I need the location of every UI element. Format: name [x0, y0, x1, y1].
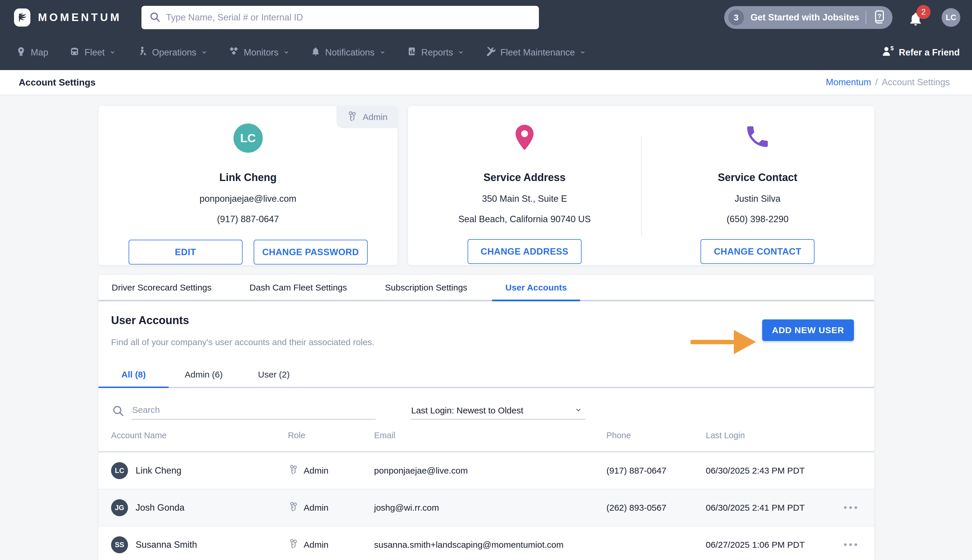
search-icon	[112, 404, 124, 418]
service-contact-title: Service Contact	[641, 172, 874, 183]
page-content: Admin LC Link Cheng ponponjaejae@live.co…	[0, 95, 972, 560]
chevron-down-icon	[579, 47, 586, 58]
map-pin-icon	[16, 47, 26, 59]
service-contact-phone: (650) 398-2290	[641, 214, 874, 225]
row-actions-menu-button[interactable]	[842, 502, 859, 513]
nav-label: Map	[31, 47, 48, 58]
filter-tab-all[interactable]: All (8)	[99, 362, 169, 387]
change-password-button[interactable]: CHANGE PASSWORD	[254, 240, 368, 265]
sort-select[interactable]: Last Login: Newest to Oldest	[411, 405, 585, 420]
filter-tab-user[interactable]: User (2)	[239, 362, 309, 387]
profile-card: Admin LC Link Cheng ponponjaejae@live.co…	[99, 106, 397, 265]
breadcrumb-current: Account Settings	[882, 77, 950, 88]
nav-label: Fleet	[84, 47, 105, 58]
brand-name: MOMENTUM	[38, 12, 122, 23]
service-address-section: Service Address 350 Main St., Suite E Se…	[408, 106, 641, 265]
add-new-user-button[interactable]: ADD NEW USER	[762, 319, 854, 341]
nav-item-monitors[interactable]: Monitors	[229, 46, 289, 59]
divider	[866, 11, 866, 24]
nav-label: Fleet Maintenance	[500, 47, 575, 58]
row-account-name: Susanna Smith	[136, 540, 197, 550]
global-search-input[interactable]	[166, 12, 531, 23]
search-icon	[149, 11, 161, 24]
svg-text:?: ?	[878, 13, 882, 20]
table-row[interactable]: SS Susanna Smith Admin susanna.smith+lan…	[99, 527, 874, 560]
nav-item-fleet-maintenance[interactable]: Fleet Maintenance	[485, 46, 586, 59]
bar-chart-icon	[407, 47, 417, 59]
guide-help-icon[interactable]: ?	[873, 10, 885, 25]
row-account-name: Link Cheng	[136, 465, 181, 476]
row-email: susanna.smith+landscaping@momentumiot.co…	[374, 540, 606, 550]
row-avatar: LC	[111, 462, 128, 479]
table-row[interactable]: LC Link Cheng Admin ponponjaejae@live.co…	[99, 452, 874, 489]
table-tools: Last Login: Newest to Oldest	[99, 388, 874, 420]
refer-a-friend-button[interactable]: $ Refer a Friend	[882, 46, 960, 59]
table-row[interactable]: JG Josh Gonda Admin joshg@wi.rr.com (262…	[99, 489, 874, 527]
momentum-logo-icon	[14, 8, 30, 27]
row-email: joshg@wi.rr.com	[374, 503, 606, 513]
tab-subscription-settings[interactable]: Subscription Settings	[372, 275, 480, 300]
chevron-down-icon	[109, 47, 116, 58]
breadcrumb-root-link[interactable]: Momentum	[826, 77, 871, 88]
chevron-down-icon	[575, 406, 582, 415]
nav-label: Reports	[422, 47, 453, 58]
top-header: MOMENTUM 3 Get Started with Jobsites ?	[0, 0, 972, 35]
role-badge-label: Admin	[363, 112, 388, 122]
change-contact-button[interactable]: CHANGE CONTACT	[701, 239, 815, 264]
user-avatar-menu[interactable]: LC	[942, 8, 960, 27]
row-avatar: JG	[111, 499, 128, 516]
chevron-down-icon	[379, 47, 386, 58]
chevron-down-icon	[283, 47, 289, 58]
settings-panel: Driver Scorecard Settings Dash Cam Fleet…	[99, 275, 874, 560]
row-account-name: Josh Gonda	[136, 502, 184, 513]
service-card: Service Address 350 Main St., Suite E Se…	[408, 106, 874, 265]
user-accounts-header: User Accounts Find all of your company's…	[99, 301, 874, 347]
breadcrumb: Momentum / Account Settings	[826, 77, 950, 88]
breadcrumb-bar: Account Settings Momentum / Account Sett…	[0, 70, 972, 95]
nav-item-operations[interactable]: Operations	[137, 46, 207, 59]
user-search-input[interactable]	[132, 403, 376, 420]
role-filter-tabs: All (8) Admin (6) User (2)	[99, 362, 874, 388]
bell-icon	[311, 47, 321, 59]
service-address-line1: 350 Main St., Suite E	[408, 193, 641, 204]
filter-tab-admin[interactable]: Admin (6)	[169, 362, 239, 387]
notifications-bell-button[interactable]: 2	[908, 6, 927, 29]
get-started-jobsites-button[interactable]: 3 Get Started with Jobsites ?	[724, 6, 893, 29]
phone-icon	[641, 123, 874, 157]
keys-icon	[346, 110, 358, 124]
user-accounts-subtitle: Find all of your company's user accounts…	[111, 337, 874, 347]
nav-item-fleet[interactable]: Fleet	[69, 46, 116, 59]
refer-label: Refer a Friend	[899, 47, 960, 58]
role-badge: Admin	[336, 106, 397, 128]
nav-item-notifications[interactable]: Notifications	[311, 47, 386, 59]
column-header-phone: Phone	[606, 431, 706, 440]
sort-selected-value: Last Login: Newest to Oldest	[411, 405, 524, 415]
monitors-diamonds-icon	[229, 46, 239, 59]
nav-label: Notifications	[325, 47, 375, 58]
change-address-button[interactable]: CHANGE ADDRESS	[468, 239, 582, 264]
global-search[interactable]	[141, 6, 539, 29]
row-phone: (262) 893-0567	[606, 503, 706, 513]
row-phone: (917) 887-0647	[606, 466, 706, 476]
nav-item-reports[interactable]: Reports	[407, 47, 464, 59]
row-actions-menu-button[interactable]	[842, 539, 859, 550]
row-role: Admin	[304, 540, 328, 550]
row-last-login: 06/27/2025 1:06 PM PDT	[706, 540, 827, 550]
tab-user-accounts[interactable]: User Accounts	[492, 275, 580, 300]
chevron-down-icon	[201, 47, 207, 58]
momentum-logo[interactable]: MOMENTUM	[14, 8, 140, 27]
row-role: Admin	[304, 503, 328, 513]
edit-button[interactable]: EDIT	[129, 240, 243, 265]
profile-avatar: LC	[234, 123, 263, 153]
page-title: Account Settings	[19, 77, 95, 88]
nav-item-map[interactable]: Map	[16, 47, 48, 59]
jobsites-step-count: 3	[728, 10, 744, 25]
main-nav: Map Fleet Operations	[0, 35, 972, 70]
worker-icon	[137, 46, 147, 59]
tab-driver-scorecard-settings[interactable]: Driver Scorecard Settings	[99, 275, 225, 300]
settings-tabs: Driver Scorecard Settings Dash Cam Fleet…	[99, 275, 874, 301]
tab-dash-cam-fleet-settings[interactable]: Dash Cam Fleet Settings	[236, 275, 360, 300]
row-last-login: 06/30/2025 2:43 PM PDT	[706, 466, 827, 476]
row-role: Admin	[304, 466, 328, 476]
row-avatar: SS	[111, 537, 128, 553]
